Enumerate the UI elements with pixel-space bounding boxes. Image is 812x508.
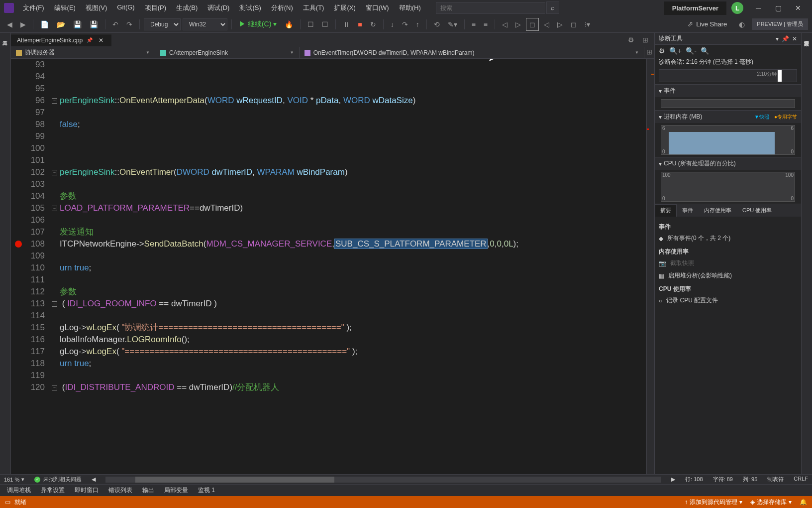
document-tab-active[interactable]: AttemperEngineSink.cpp 📌 ✕ [11, 34, 111, 46]
redo-button[interactable]: ↷ [123, 18, 135, 30]
scroll-right-icon[interactable]: ▶ [671, 476, 675, 483]
menu-item[interactable]: 窗口(W) [361, 0, 394, 15]
code-line[interactable] [60, 178, 646, 190]
code-line[interactable] [60, 370, 646, 381]
right-tab-explorer[interactable]: 解决方案资源管理器 [802, 33, 811, 41]
code-line[interactable]: perEngineSink::OnEventTimer(DWORD dwTime… [60, 166, 646, 178]
diag-reset-icon[interactable]: 🔍 [701, 47, 709, 55]
panel-close-icon[interactable]: ✕ [792, 35, 797, 42]
tool-icon-a[interactable]: ⟲ [431, 18, 443, 30]
tab-close-icon[interactable]: ✕ [97, 37, 105, 44]
diag-settings-icon[interactable]: ⚙ [659, 47, 665, 55]
diag-tab[interactable]: CPU 使用率 [737, 204, 777, 217]
code-line[interactable]: ITCPNetworkEngine->SendDataBatch(MDM_CS_… [60, 238, 646, 250]
open-icon[interactable]: 📂 [54, 18, 68, 30]
issues-indicator[interactable]: ✓ 未找到相关问题 [34, 476, 82, 483]
code-line[interactable] [60, 83, 646, 95]
code-line[interactable]: false; [60, 119, 646, 130]
bookmark-icon-4[interactable]: ◁ [541, 18, 552, 30]
step-icon-1[interactable]: ☐ [304, 18, 317, 30]
fold-toggle[interactable]: − [52, 385, 57, 390]
fold-gutter[interactable]: −−−−− [51, 59, 60, 474]
config-dropdown[interactable]: Debug [144, 18, 181, 30]
horizontal-scrollbar[interactable] [105, 477, 661, 483]
restart-button[interactable]: ↻ [367, 18, 379, 30]
nav-scope[interactable]: 协调服务器 ▼ [11, 47, 155, 58]
breakpoint-dot[interactable] [15, 241, 22, 248]
code-editor[interactable]: 9394959697989910010110210310410510610710… [11, 59, 654, 474]
zoom-control[interactable]: 161 %▾ [4, 476, 24, 483]
code-line[interactable] [60, 154, 646, 166]
menu-item[interactable]: 调试(D) [203, 0, 234, 15]
code-line[interactable] [60, 310, 646, 322]
code-line[interactable] [60, 274, 646, 286]
diag-timeline[interactable]: 2:10分钟 [659, 69, 797, 82]
code-line[interactable] [60, 71, 646, 83]
panel-dropdown-icon[interactable]: ▾ [776, 35, 779, 42]
code-line[interactable] [60, 250, 646, 262]
nav-function[interactable]: OnEventTimer(DWORD dwTimerID, WPARAM wBi… [300, 47, 644, 58]
menu-item[interactable]: Git(G) [112, 0, 139, 15]
back-button[interactable]: ◀ [4, 18, 15, 30]
panel-pin-icon[interactable]: 📌 [782, 35, 789, 42]
diag-zoomout-icon[interactable]: 🔍- [686, 47, 697, 55]
vertical-scrollbar[interactable] [646, 59, 654, 474]
breakpoint-gutter[interactable] [11, 59, 26, 474]
forward-button[interactable]: ▶ [17, 18, 29, 30]
code-line[interactable] [60, 107, 646, 119]
tool-icon-b[interactable]: ✎▾ [445, 18, 460, 30]
save-icon[interactable]: 💾 [70, 18, 85, 30]
scroll-left-icon[interactable]: ◀ [92, 476, 96, 483]
nav-split-icon[interactable]: ⊞ [644, 47, 654, 58]
continue-button[interactable]: ▶ 继续(C) ▾ [236, 18, 280, 31]
menu-item[interactable]: 编辑(E) [49, 0, 81, 15]
fold-toggle[interactable]: − [52, 170, 57, 175]
repo-select-button[interactable]: ◈ 选择存储库 ▾ [750, 498, 792, 507]
menu-item[interactable]: 分析(N) [266, 0, 298, 15]
diag-cpu-header[interactable]: ▾ CPU (所有处理器的百分比) [655, 157, 801, 170]
tab-new-icon[interactable]: ⊞ [639, 34, 651, 46]
maximize-button[interactable]: ▢ [768, 0, 788, 16]
scrollbar-thumb[interactable] [135, 477, 334, 483]
nav-class[interactable]: CAttemperEngineSink ▼ [155, 47, 300, 58]
code-line[interactable] [60, 142, 646, 154]
feedback-icon[interactable]: ◐ [736, 18, 748, 30]
diag-snapshot-btn[interactable]: 📷 截取快照 [659, 257, 797, 269]
code-line[interactable]: urn true; [60, 262, 646, 274]
fold-toggle[interactable]: − [52, 206, 57, 211]
hotreload-icon[interactable]: 🔥 [282, 18, 296, 30]
menu-item[interactable]: 项目(P) [140, 0, 171, 15]
code-content[interactable]: perEngineSink::OnEventAttemperData(WORD … [60, 59, 646, 474]
save-all-icon[interactable]: 💾 [87, 18, 101, 30]
platform-dropdown[interactable]: Win32 [183, 18, 227, 30]
project-name[interactable]: PlatformServer [664, 1, 726, 15]
tab-settings-icon[interactable]: ⚙ [625, 34, 637, 46]
user-avatar[interactable]: L [731, 2, 743, 14]
diag-zoomin-icon[interactable]: 🔍+ [669, 47, 682, 55]
code-line[interactable]: gLog->wLogEx( "=========================… [60, 346, 646, 358]
overflow-icon[interactable]: ⁝▾ [582, 18, 593, 30]
diag-memory-header[interactable]: ▾ 进程内存 (MB) ▼快照 ●专用字节 [655, 111, 801, 123]
code-line[interactable]: 发送通知 [60, 226, 646, 238]
menu-item[interactable]: 生成(B) [171, 0, 203, 15]
diag-all-events[interactable]: ◆ 所有事件(0 个，共 2 个) [659, 232, 797, 245]
source-control-button[interactable]: ↑ 添加到源代码管理 ▾ [685, 498, 742, 507]
diag-events-header[interactable]: ▾ 事件 [655, 85, 801, 97]
output-tab[interactable]: 输出 [137, 485, 159, 496]
output-tab[interactable]: 监视 1 [193, 485, 220, 496]
bookmark-next-icon[interactable]: ▷ [512, 18, 524, 30]
output-tab[interactable]: 异常设置 [36, 485, 70, 496]
search-icon[interactable]: ⌕ [546, 1, 559, 14]
code-line[interactable]: perEngineSink::OnEventAttemperData(WORD … [60, 95, 646, 107]
timeline-cursor[interactable] [778, 70, 782, 82]
pin-icon[interactable]: 📌 [87, 37, 93, 43]
code-line[interactable] [60, 59, 646, 71]
output-tab[interactable]: 即时窗口 [70, 485, 103, 496]
uncomment-icon[interactable]: ≡ [481, 18, 491, 30]
step-over-icon[interactable]: ↷ [399, 18, 411, 30]
code-line[interactable] [60, 214, 646, 226]
code-line[interactable]: lobalInfoManager.LOGRoomInfo(); [60, 334, 646, 346]
bookmark-prev-icon[interactable]: ◁ [499, 18, 510, 30]
bookmark-icon-5[interactable]: ▷ [554, 18, 566, 30]
code-line[interactable]: gLog->wLogEx( "协调统计=====================… [60, 322, 646, 334]
